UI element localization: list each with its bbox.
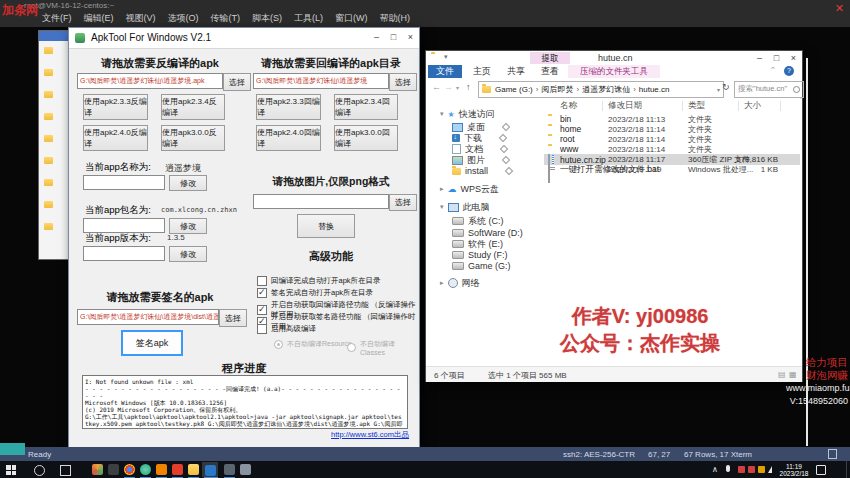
table-row[interactable]: 一键打开需修改的文件.bat 2023/2/18 1:19 Windows 批处…: [544, 98, 800, 116]
taskbar-chrome-icon[interactable]: [124, 464, 135, 475]
nav-downloads[interactable]: 下载: [452, 133, 506, 143]
tray-update-icon[interactable]: [758, 466, 765, 473]
history-dropdown-icon[interactable]: ▾: [456, 84, 459, 91]
refresh-icon[interactable]: ↻: [722, 82, 730, 92]
option-open-after-recompile[interactable]: 回编译完成自动打开apk所在目录: [257, 276, 381, 286]
nav-drive-g[interactable]: Game (G:): [452, 261, 511, 271]
menu-item-file[interactable]: 文件(F): [42, 12, 72, 25]
nav-install[interactable]: install: [452, 166, 512, 176]
recompile-choose-button[interactable]: 选择: [389, 73, 417, 91]
breadcrumb-drive[interactable]: Game (G:): [495, 85, 541, 94]
close-icon[interactable]: ×: [785, 51, 802, 64]
session-folder-icon[interactable]: [44, 113, 53, 120]
taskbar-app-10-icon[interactable]: [240, 464, 251, 475]
option-advanced-compile[interactable]: 启用高级编译: [257, 324, 316, 334]
checkbox-icon[interactable]: [257, 288, 267, 298]
column-header-type[interactable]: 类型: [688, 101, 705, 111]
column-header-size[interactable]: 大小: [744, 101, 761, 111]
progress-log[interactable]: I: Not found unkown file : xml - - - - -…: [82, 375, 408, 429]
menu-item-transfer[interactable]: 传输(T): [211, 12, 241, 25]
taskbar-explorer-icon[interactable]: [188, 464, 199, 475]
image-replace-button[interactable]: 替换: [297, 214, 355, 238]
close-icon[interactable]: ×: [402, 30, 419, 44]
taskbar-active-app[interactable]: [202, 462, 218, 477]
search-icon[interactable]: [793, 86, 800, 93]
menu-item-tools[interactable]: 工具(L): [294, 12, 323, 25]
session-folder-icon[interactable]: [44, 47, 53, 54]
taskbar-app-4-icon[interactable]: [140, 464, 151, 475]
nav-documents[interactable]: 文档: [452, 144, 507, 154]
maximize-icon[interactable]: □: [768, 51, 785, 64]
context-tab-chip[interactable]: 提取: [530, 52, 570, 64]
microphone-icon[interactable]: [726, 465, 730, 472]
menu-item-edit[interactable]: 编辑(E): [84, 12, 114, 25]
qat-customize-icon[interactable]: ▾: [444, 53, 448, 61]
tab-view[interactable]: 查看: [534, 65, 566, 78]
taskbar-app-9-icon[interactable]: [224, 464, 235, 475]
session-folder-icon[interactable]: [44, 223, 53, 230]
start-button[interactable]: [6, 465, 16, 475]
decompile-2.4.0-button[interactable]: 使用apk2.4.0反编译: [83, 125, 148, 151]
session-folder-icon[interactable]: [44, 91, 53, 98]
app-pkg-modify-button[interactable]: 修改: [169, 218, 207, 234]
sign-apk-button[interactable]: 签名apk: [121, 330, 183, 356]
nav-drive-d[interactable]: SoftWare (D:): [452, 228, 523, 238]
app-name-input[interactable]: [83, 175, 165, 190]
nav-wps-cloud[interactable]: ▸ ☁ WPS云盘: [440, 184, 499, 194]
nav-drive-e[interactable]: 软件 (E:): [452, 239, 503, 249]
taskbar-app-6-icon[interactable]: [172, 464, 183, 475]
chevron-right-icon[interactable]: ▸: [440, 185, 444, 193]
decompile-choose-button[interactable]: 选择: [223, 73, 251, 91]
ribbon-collapse-icon[interactable]: ⌃: [770, 66, 776, 74]
session-folder-icon[interactable]: [44, 201, 53, 208]
option-open-after-sign[interactable]: 签名完成自动打开apk所在目录: [257, 288, 373, 298]
nav-pictures[interactable]: 图片: [452, 155, 509, 165]
cortana-button[interactable]: [34, 465, 45, 476]
show-desktop-button[interactable]: [846, 461, 847, 478]
minimize-icon[interactable]: –: [368, 30, 385, 44]
app-pkg-input[interactable]: [83, 218, 165, 233]
decompile-3.0.0-button[interactable]: 使用apk3.0.0反编译: [161, 125, 225, 151]
taskbar-app-1-icon[interactable]: [92, 464, 103, 475]
breadcrumb-current[interactable]: hutue.cn: [639, 85, 670, 94]
tray-security-icon[interactable]: [738, 466, 745, 473]
search-input[interactable]: 搜索"hutue.cn": [734, 81, 804, 98]
app-name-modify-button[interactable]: 修改: [169, 175, 207, 191]
chevron-down-icon[interactable]: ▾: [440, 110, 444, 118]
image-path-input[interactable]: [253, 194, 389, 209]
nav-quick-access[interactable]: ▾ ★ 快速访问: [440, 109, 495, 119]
explorer-titlebar[interactable]: ▾ 提取 hutue.cn – □ ×: [426, 51, 802, 65]
file-name[interactable]: root: [560, 134, 575, 144]
menu-item-script[interactable]: 脚本(S): [252, 12, 282, 25]
checkbox-icon[interactable]: [257, 276, 267, 286]
nav-network[interactable]: ▸ 网络: [440, 278, 480, 288]
chevron-right-icon[interactable]: ▸: [440, 279, 444, 287]
breadcrumb[interactable]: Game (G:) 阅后即焚 逍遥梦幻诛仙 hutue.cn ▾: [478, 81, 724, 98]
task-view-button[interactable]: [60, 465, 71, 476]
session-folder-icon[interactable]: [44, 135, 53, 142]
column-header-name[interactable]: 名称: [560, 101, 577, 111]
menu-item-window[interactable]: 窗口(W): [335, 12, 368, 25]
recompile-3.0.0-button[interactable]: 使用apk3.0.0回编译: [334, 125, 398, 151]
up-icon[interactable]: ↑: [466, 82, 471, 92]
notification-center-icon[interactable]: [816, 465, 826, 475]
tray-alert-icon[interactable]: [748, 466, 755, 473]
sign-path-input[interactable]: G:\阅后即焚\逍遥梦幻诛仙\逍遥梦境\dist\逍遥梦境.apk: [77, 309, 219, 325]
nav-drive-c[interactable]: 系统 (C:): [452, 216, 504, 226]
minimize-icon[interactable]: –: [751, 51, 768, 64]
sign-choose-button[interactable]: 选择: [219, 309, 247, 327]
column-header-date[interactable]: 修改日期: [608, 101, 642, 111]
nav-desktop[interactable]: 桌面: [452, 122, 509, 132]
taskbar-app-2-icon[interactable]: [108, 464, 119, 475]
tab-home[interactable]: 主页: [466, 65, 498, 78]
publisher-link[interactable]: http://www.st6.com出品: [309, 430, 409, 440]
breadcrumb-folder-1[interactable]: 阅后即焚: [541, 84, 582, 95]
network-icon[interactable]: [768, 466, 772, 473]
decompile-path-input[interactable]: G:\阅后即焚\逍遥梦幻诛仙\逍遥梦境.apk: [77, 73, 223, 89]
back-icon[interactable]: ←: [432, 82, 441, 92]
taskbar-clock[interactable]: 11:19 2023/2/18: [778, 463, 810, 477]
taskbar-app-5-icon[interactable]: [156, 464, 167, 475]
session-folder-icon[interactable]: [44, 179, 53, 186]
breadcrumb-folder-2[interactable]: 逍遥梦幻诛仙: [582, 84, 639, 95]
forward-icon[interactable]: →: [444, 82, 453, 92]
